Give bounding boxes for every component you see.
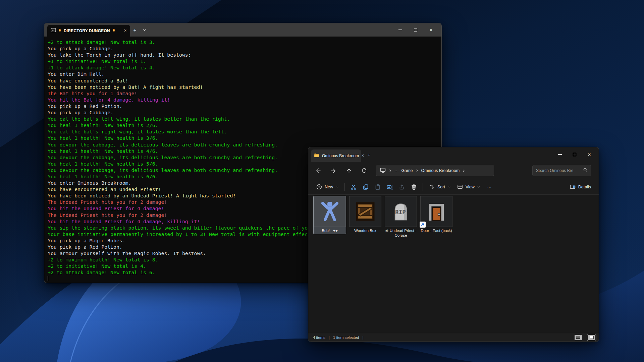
paste-button[interactable] [372, 181, 384, 193]
terminal-log-line: +1 to initiative! New total is 1. [48, 58, 441, 64]
terminal-log-line: You eat the bat's right wing, it tastes … [48, 128, 441, 135]
explorer-tab[interactable]: Ominous Breakroom ✕ [311, 149, 361, 162]
terminal-tab-close-icon[interactable]: ✕ [124, 28, 127, 33]
breadcrumb[interactable]: ⋯ Game Ominous Breakroom [376, 165, 494, 176]
flame-icon [112, 28, 116, 34]
folder-icon [314, 153, 320, 159]
search-input[interactable]: Search Ominous Bre [532, 165, 591, 176]
forward-button[interactable] [328, 166, 338, 176]
gravestone-icon: RIP [385, 196, 417, 227]
more-options-button[interactable]: ··· [483, 181, 495, 193]
view-button[interactable]: View [454, 181, 483, 193]
file-grid: Bob! - ♥♥Wooden BoxRIP☠ Undead Priest - … [308, 195, 599, 333]
back-button[interactable] [313, 166, 323, 176]
close-icon: ✕ [588, 153, 591, 157]
person-icon [314, 196, 346, 227]
copy-button[interactable] [360, 181, 372, 193]
minimize-icon [398, 29, 402, 30]
explorer-status-bar: 4 items | 1 item selected | [308, 333, 599, 342]
sort-icon [429, 184, 435, 190]
sort-button[interactable]: Sort [426, 181, 454, 193]
delete-button[interactable] [408, 181, 420, 193]
terminal-log-line: You heal 1 health! New health is 2/6. [48, 122, 441, 128]
thumbnail-view-icon [590, 336, 594, 339]
terminal-close-button[interactable]: ✕ [423, 23, 439, 36]
breadcrumb-segment-ominous-breakroom[interactable]: Ominous Breakroom [421, 168, 460, 173]
file-label: Door - East (back) [420, 228, 452, 233]
details-view-toggle[interactable] [575, 335, 582, 340]
file-item-door-east-back[interactable]: Door - East (back) [420, 196, 453, 234]
copy-icon [362, 184, 369, 190]
breadcrumb-chevron-icon [416, 169, 419, 173]
terminal-log-line: You have been noticed by a Bat! A fight … [48, 84, 441, 90]
explorer-command-bar: New [308, 179, 599, 195]
thumbnail-view-toggle[interactable] [588, 335, 595, 340]
breadcrumb-segment-game[interactable]: Game [401, 168, 413, 173]
chevron-down-icon [335, 185, 339, 189]
terminal-log-line: You heal 1 health! New health is 3/6. [48, 135, 441, 141]
chevron-down-icon [477, 185, 480, 189]
explorer-new-tab-button[interactable]: + [365, 150, 373, 159]
rename-button[interactable] [384, 181, 396, 193]
this-pc-icon[interactable] [380, 167, 386, 174]
refresh-button[interactable] [359, 166, 369, 176]
terminal-log-line: You have encountered a Bat! [48, 77, 441, 84]
view-button-label: View [466, 185, 475, 189]
details-pane-label: Details [578, 185, 591, 189]
more-options-icon: ··· [487, 185, 492, 189]
terminal-app-icon [51, 27, 56, 34]
terminal-new-tab-button[interactable]: + [130, 25, 140, 34]
door-icon [420, 196, 452, 227]
terminal-tab-dropdown-button[interactable] [140, 25, 149, 34]
explorer-tab-close-icon[interactable]: ✕ [361, 154, 364, 158]
share-button[interactable] [396, 181, 408, 193]
explorer-minimize-button[interactable] [552, 149, 567, 160]
selection-count: 1 item selected [333, 336, 359, 340]
file-label: Wooden Box [349, 228, 381, 233]
terminal-minimize-button[interactable] [392, 23, 408, 36]
search-icon[interactable] [583, 167, 588, 174]
terminal-maximize-button[interactable] [408, 23, 423, 36]
file-item-wooden-box[interactable]: Wooden Box [349, 196, 382, 234]
file-explorer-window: Ominous Breakroom ✕ + ✕ [308, 147, 599, 342]
terminal-log-line: +1 to attack damage! New total is 4. [48, 64, 441, 71]
toolbar-divider [344, 183, 345, 191]
explorer-address-bar: ⋯ Game Ominous Breakroom Search Ominous … [308, 162, 599, 179]
chevron-down-icon [447, 185, 451, 189]
file-label: ☠ Undead Priest - Corpse [385, 228, 417, 238]
new-button-label: New [325, 185, 333, 189]
desktop: DIRECTORY DUNGEON ✕ + ✕ +2 to atta [0, 0, 644, 362]
status-separator: | [362, 336, 363, 340]
terminal-titlebar[interactable]: DIRECTORY DUNGEON ✕ + ✕ [44, 23, 441, 37]
trash-icon [411, 184, 417, 190]
explorer-tab-title: Ominous Breakroom [322, 154, 359, 158]
explorer-maximize-button[interactable] [567, 149, 582, 160]
scissors-icon [350, 184, 357, 190]
terminal-log-line: The Bat hits you for 1 damage! [48, 90, 441, 97]
breadcrumb-overflow[interactable]: ⋯ [394, 168, 399, 173]
rename-icon [386, 184, 393, 190]
up-button[interactable] [344, 166, 354, 176]
terminal-log-line: You take the Torch in your off hand. It … [48, 52, 441, 58]
paste-icon [374, 184, 381, 190]
svg-text:RIP: RIP [395, 209, 406, 216]
search-placeholder: Search Ominous Bre [536, 168, 583, 173]
terminal-tab-title: DIRECTORY DUNGEON [64, 28, 110, 33]
new-button[interactable]: New [313, 181, 342, 193]
terminal-log-line: You eat the bat's left wing, it tastes b… [48, 116, 441, 122]
cut-button[interactable] [347, 181, 360, 193]
file-item-undead-priest-corpse[interactable]: RIP☠ Undead Priest - Corpse [384, 196, 417, 239]
terminal-log-line: You enter Dim Hall. [48, 71, 441, 77]
terminal-log-line: +2 to attack damage! New total is 3. [48, 39, 441, 45]
breadcrumb-chevron-icon [462, 169, 465, 173]
explorer-titlebar[interactable]: Ominous Breakroom ✕ + ✕ [308, 147, 599, 162]
close-icon: ✕ [429, 28, 433, 32]
breadcrumb-chevron-icon [389, 169, 392, 173]
maximize-icon [573, 153, 576, 156]
terminal-tab[interactable]: DIRECTORY DUNGEON ✕ [47, 25, 130, 37]
terminal-log-line: You pick up a Cabbage. [48, 45, 441, 52]
file-item-bob[interactable]: Bob! - ♥♥ [313, 196, 346, 234]
explorer-close-button[interactable]: ✕ [582, 149, 597, 160]
shortcut-arrow-icon [420, 222, 426, 228]
details-pane-button[interactable]: Details [567, 181, 594, 193]
